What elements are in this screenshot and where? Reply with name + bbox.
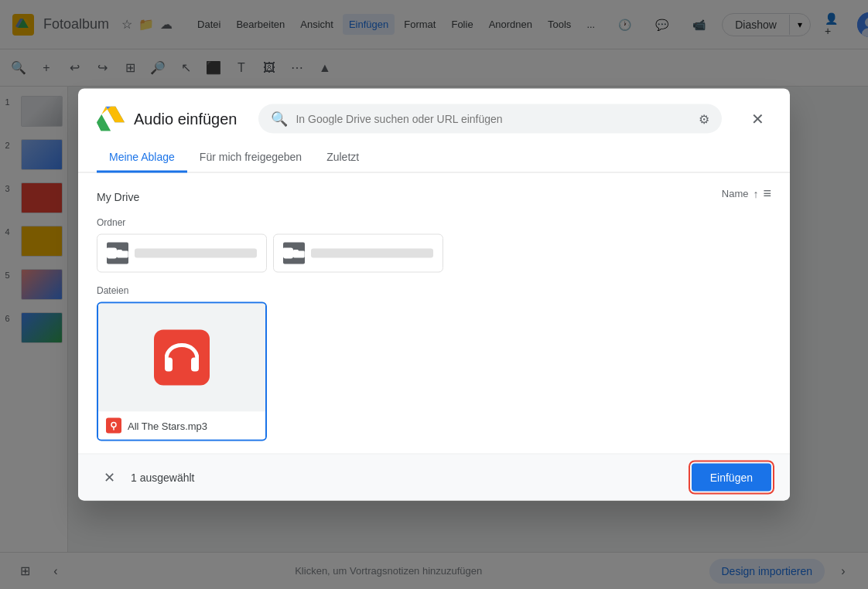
audio-icon (154, 330, 210, 386)
file-name-1: All The Stars.mp3 (128, 420, 207, 431)
audio-insert-dialog: Audio einfügen 🔍 ⚙ ✕ Meine Ablage Für mi… (78, 89, 790, 501)
tab-freigegeben[interactable]: Für mich freigegeben (187, 143, 314, 173)
search-bar: 🔍 ⚙ (258, 104, 722, 134)
folders-grid (97, 234, 771, 273)
dialog-header: Audio einfügen 🔍 ⚙ ✕ (78, 89, 790, 143)
file-icon-small-1 (106, 418, 121, 434)
sort-row: Name ↑ ≡ (722, 186, 771, 202)
dialog-footer: ✕ 1 ausgewählt Einfügen (78, 454, 790, 501)
selected-count: 1 ausgewählt (131, 472, 195, 484)
sort-label: Name (722, 188, 749, 199)
drive-logo-icon (97, 105, 125, 133)
dialog-body: My Drive Name ↑ ≡ Ordner (78, 173, 790, 454)
file-label-1: All The Stars.mp3 (98, 412, 265, 440)
folders-section-header: Ordner (97, 217, 771, 228)
svg-rect-7 (191, 358, 199, 372)
svg-rect-6 (165, 358, 173, 372)
dialog-close-btn[interactable]: ✕ (743, 105, 771, 133)
files-grid: All The Stars.mp3 (97, 302, 771, 441)
file-card-1[interactable]: All The Stars.mp3 (97, 302, 267, 441)
folder-item-1[interactable] (97, 234, 267, 273)
tab-zuletzt[interactable]: Zuletzt (314, 143, 371, 173)
dialog-title: Audio einfügen (134, 110, 237, 128)
file-thumb-1 (98, 304, 265, 412)
list-view-btn[interactable]: ≡ (763, 186, 771, 202)
search-input[interactable] (296, 113, 691, 125)
folder-1-icon (107, 243, 128, 264)
folder-2-name (311, 249, 433, 258)
tab-meine-ablage[interactable]: Meine Ablage (97, 143, 187, 173)
folder-2-icon (283, 243, 305, 264)
files-section-header: Dateien (97, 285, 771, 296)
breadcrumb: My Drive (97, 190, 139, 203)
filter-icon[interactable]: ⚙ (699, 111, 709, 126)
sort-arrow-icon[interactable]: ↑ (753, 187, 758, 199)
folder-item-2[interactable] (273, 234, 443, 273)
breadcrumb-row: My Drive Name ↑ ≡ (97, 186, 771, 208)
dialog-tabs: Meine Ablage Für mich freigegeben Zuletz… (78, 143, 790, 173)
insert-btn[interactable]: Einfügen (692, 464, 771, 492)
svg-point-8 (111, 423, 116, 427)
files-section: Dateien (97, 285, 771, 441)
search-icon: 🔍 (271, 111, 288, 128)
folder-1-name (135, 249, 257, 258)
cancel-selection-btn[interactable]: ✕ (97, 465, 121, 490)
